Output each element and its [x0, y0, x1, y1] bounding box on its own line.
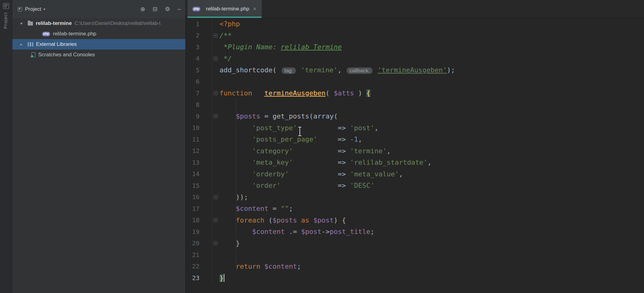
code-line[interactable]: 3 *Plugin Name: relilab Termine: [186, 41, 644, 53]
line-number: 13: [186, 159, 199, 166]
tab-title: relilab-termine.php: [206, 6, 249, 12]
line-number: 16: [186, 193, 199, 201]
code-text: function termineAusgeben( $atts ) {: [219, 89, 370, 97]
gutter-gap: [199, 110, 212, 122]
code-line[interactable]: 21: [186, 249, 644, 261]
code-line[interactable]: 7function termineAusgeben( $atts ) {: [186, 87, 644, 99]
code-line[interactable]: 20 }: [186, 238, 644, 249]
gutter-gap: [199, 64, 212, 76]
code-line[interactable]: 16 ));: [186, 191, 644, 203]
locate-file-icon[interactable]: ⊕: [140, 6, 145, 12]
project-tree: ▾ relilab-termine C:\Users\Daniel\Deskto…: [12, 18, 185, 60]
code-text: $content = "";: [219, 205, 293, 212]
gutter-gap: [199, 249, 212, 261]
gutter-gap: [199, 18, 212, 30]
external-libraries-label: External Libraries: [36, 41, 77, 47]
line-number: 21: [186, 251, 199, 259]
fold-marker-icon[interactable]: [214, 114, 218, 118]
project-root-name: relilab-termine: [36, 20, 72, 26]
gutter-gap: [199, 122, 212, 134]
code-editor[interactable]: 1<?php2/**3 *Plugin Name: relilab Termin…: [186, 18, 644, 293]
fold-marker-icon[interactable]: [214, 34, 218, 38]
chevron-down-icon[interactable]: ▾: [20, 21, 28, 26]
gutter-gap: [199, 41, 212, 53]
code-text: 'category' => 'termine',: [219, 147, 391, 155]
gutter-gap: [199, 76, 212, 88]
line-number: 10: [186, 124, 199, 131]
code-line[interactable]: 15 'order' => 'DESC': [186, 180, 644, 191]
gutter-gap: [199, 134, 212, 145]
gutter-gap: [199, 180, 212, 191]
project-icon: [18, 7, 22, 11]
line-number: 17: [186, 205, 199, 212]
code-text: add_shortcode( tag: 'termine', callback:…: [219, 66, 455, 74]
code-line[interactable]: 13 'meta_key' => 'relilab_startdate',: [186, 157, 644, 168]
project-panel-title[interactable]: Project: [25, 6, 41, 12]
code-line[interactable]: 10 'post_type' => 'post',: [186, 122, 644, 134]
fold-marker-icon[interactable]: [214, 195, 218, 199]
fold-marker-icon[interactable]: [214, 57, 218, 61]
gutter-gap: [199, 226, 212, 238]
code-line[interactable]: 5add_shortcode( tag: 'termine', callback…: [186, 64, 644, 76]
chevron-right-icon[interactable]: ▸: [20, 42, 28, 47]
line-number: 12: [186, 147, 199, 155]
code-line[interactable]: 2/**: [186, 30, 644, 42]
tree-item-scratches[interactable]: Scratches and Consoles: [12, 50, 185, 60]
collapse-all-icon[interactable]: ⊟: [153, 6, 158, 12]
code-text: <?php: [219, 20, 240, 28]
code-line[interactable]: 19 $content .= $post->post_title;: [186, 226, 644, 238]
code-line[interactable]: 18 foreach ($posts as $post) {: [186, 215, 644, 226]
code-line[interactable]: 22 return $content;: [186, 261, 644, 272]
fold-column: [212, 241, 219, 245]
tree-item-external-libraries[interactable]: ▸ External Libraries: [12, 39, 185, 50]
code-line[interactable]: 6: [186, 76, 644, 88]
gutter-gap: [199, 99, 212, 111]
code-text: }: [219, 274, 224, 282]
text-caret: [224, 274, 224, 282]
fold-column: [212, 57, 219, 61]
gutter-gap: [199, 30, 212, 42]
code-line[interactable]: 14 'orderby' => 'meta_value',: [186, 168, 644, 180]
ide-window: Project Project ▾ ⊕ ⊟ ⚙ ─ ▾ relilab-term…: [0, 0, 644, 293]
line-number: 5: [186, 66, 199, 74]
line-number: 2: [186, 32, 199, 39]
tab-relilab-termine[interactable]: php relilab-termine.php ✕: [187, 0, 262, 18]
line-number: 1: [186, 20, 199, 28]
code-text: 'order' => 'DESC': [219, 182, 374, 189]
menu-icon[interactable]: [3, 3, 9, 9]
hide-panel-icon[interactable]: ─: [178, 7, 181, 12]
gutter-gap: [199, 157, 212, 168]
fold-column: [212, 195, 219, 199]
code-lines: 1<?php2/**3 *Plugin Name: relilab Termin…: [186, 18, 644, 284]
fold-marker-icon[interactable]: [214, 218, 218, 222]
line-number: 8: [186, 101, 199, 108]
line-number: 6: [186, 78, 199, 85]
scratches-icon: [31, 52, 35, 57]
code-line[interactable]: 8: [186, 99, 644, 111]
chevron-down-icon[interactable]: ▾: [43, 7, 45, 11]
tree-item-project-root[interactable]: ▾ relilab-termine C:\Users\Daniel\Deskto…: [12, 18, 185, 29]
stripe-project-label[interactable]: Project: [3, 12, 8, 29]
fold-marker-icon[interactable]: [214, 241, 218, 245]
code-text: /**: [219, 32, 232, 39]
code-line[interactable]: 1<?php: [186, 18, 644, 30]
line-number: 7: [186, 90, 199, 97]
code-text: $content .= $post->post_title;: [219, 228, 374, 235]
tool-window-stripe: Project: [0, 0, 12, 293]
code-line[interactable]: 23}: [186, 272, 644, 284]
code-line[interactable]: 11 'posts_per_page' => -1,: [186, 134, 644, 145]
fold-column: [212, 91, 219, 95]
code-line[interactable]: 9 $posts = get_posts(array(: [186, 110, 644, 122]
settings-gear-icon[interactable]: ⚙: [165, 6, 170, 12]
code-line[interactable]: 12 'category' => 'termine',: [186, 145, 644, 157]
close-tab-icon[interactable]: ✕: [253, 6, 257, 11]
code-text: *Plugin Name: relilab Termine: [219, 43, 342, 51]
code-line[interactable]: 4 */: [186, 53, 644, 65]
code-line[interactable]: 17 $content = "";: [186, 203, 644, 215]
line-number: 11: [186, 136, 199, 143]
line-number: 14: [186, 170, 199, 178]
tree-item-php-file[interactable]: php relilab-termine.php: [12, 29, 185, 39]
fold-marker-icon[interactable]: [214, 91, 218, 95]
gutter-gap: [199, 145, 212, 157]
fold-column: [212, 218, 219, 222]
